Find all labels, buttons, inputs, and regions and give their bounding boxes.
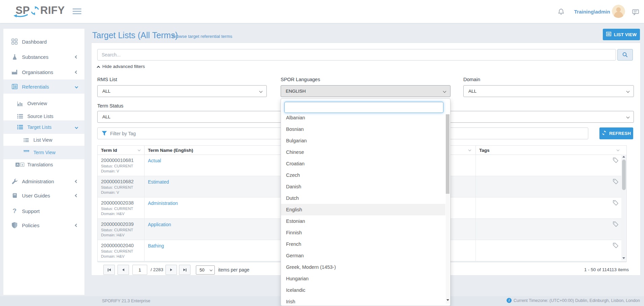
- grid-icon: [11, 39, 18, 45]
- sidebar-item-user-guides[interactable]: User Guides: [3, 189, 84, 202]
- domain-select[interactable]: ALL: [463, 85, 634, 97]
- scrollbar-thumb[interactable]: [446, 114, 449, 194]
- sidebar-item-translations[interactable]: Ax Translations: [3, 158, 84, 171]
- sidebar-item-organisations[interactable]: Organisations: [3, 66, 84, 78]
- hide-advanced-filters-toggle[interactable]: Hide advanced filters: [97, 64, 145, 69]
- refresh-button[interactable]: REFRESH: [599, 127, 633, 139]
- sidebar-item-administration[interactable]: Administration: [3, 175, 84, 188]
- chevron-left-icon: [75, 55, 78, 58]
- rms-list-label: RMS List: [97, 77, 117, 82]
- language-option[interactable]: Irish: [281, 296, 445, 306]
- last-page-button[interactable]: [179, 265, 190, 275]
- sidebar-item-label: Translations: [27, 162, 53, 167]
- items-range-label: 1 - 50 of 114113 items: [584, 265, 629, 275]
- sidebar: Dashboard Substances Organisations: [3, 29, 84, 295]
- next-page-button[interactable]: [165, 265, 177, 275]
- first-page-button[interactable]: [103, 265, 115, 275]
- spor-languages-label: SPOR Languages: [281, 77, 320, 82]
- term-name-link[interactable]: Actual: [148, 158, 161, 163]
- sidebar-item-label: Referentials: [22, 84, 49, 90]
- hamburger-menu-icon[interactable]: [73, 8, 81, 16]
- previous-page-button[interactable]: [118, 265, 129, 275]
- logo-refresh-icon: [30, 6, 40, 15]
- bell-icon[interactable]: [558, 8, 564, 17]
- language-search-input[interactable]: [284, 102, 443, 113]
- spor-languages-select[interactable]: ENGLISH: [281, 85, 450, 97]
- term-name-link[interactable]: Estimated: [148, 179, 169, 185]
- sidebar-item-term-view[interactable]: ”” Term View: [3, 146, 84, 159]
- tag-icon[interactable]: [613, 200, 618, 207]
- sidebar-item-label: Administration: [22, 179, 54, 184]
- sidebar-item-label: Policies: [22, 222, 40, 228]
- sidebar-item-referentials[interactable]: Referentials: [3, 79, 84, 94]
- chevron-left-icon: [75, 180, 78, 183]
- sidebar-item-support[interactable]: ? Support: [3, 205, 84, 217]
- language-option[interactable]: French: [281, 238, 445, 250]
- search-button[interactable]: [617, 49, 633, 61]
- factory-icon: [11, 69, 18, 75]
- dropdown-scrollbar[interactable]: [446, 114, 449, 304]
- language-option[interactable]: Croatian: [281, 158, 445, 169]
- language-option[interactable]: German: [281, 250, 445, 261]
- chevron-left-icon: [75, 194, 78, 197]
- language-option[interactable]: Icelandic: [281, 284, 445, 296]
- items-per-page-select[interactable]: 50: [196, 265, 215, 275]
- tag-icon[interactable]: [613, 221, 618, 228]
- scroll-down-icon[interactable]: [622, 257, 625, 259]
- search-input[interactable]: [97, 49, 616, 61]
- sporify-logo[interactable]: SP RIFY: [16, 4, 65, 17]
- chat-icon[interactable]: [632, 9, 639, 17]
- page-number-input[interactable]: [132, 265, 147, 275]
- language-option[interactable]: Danish: [281, 181, 445, 192]
- translate-icon: Ax: [16, 163, 24, 167]
- sidebar-item-target-lists[interactable]: Target Lists: [3, 120, 84, 134]
- tag-icon[interactable]: [613, 243, 618, 250]
- sidebar-item-overview[interactable]: Overview: [3, 97, 84, 110]
- sidebar-item-list-view[interactable]: List View: [3, 134, 84, 146]
- language-option[interactable]: Greek, Modern (1453-): [281, 261, 445, 273]
- term-name-link[interactable]: Administration: [148, 201, 178, 206]
- language-option[interactable]: Czech: [281, 169, 445, 181]
- quote-icon: ””: [22, 150, 30, 155]
- term-domain: Domain: V: [101, 190, 141, 194]
- scrollbar-thumb[interactable]: [622, 160, 626, 190]
- sidebar-item-policies[interactable]: Policies: [3, 219, 84, 232]
- scroll-up-icon[interactable]: [622, 156, 625, 158]
- info-icon: i: [507, 298, 512, 303]
- sidebar-item-label: Organisations: [22, 69, 53, 75]
- sidebar-item-substances[interactable]: Substances: [3, 50, 84, 63]
- list-view-button[interactable]: LIST VIEW: [603, 29, 640, 40]
- timezone-info: i Current Timezone: (UTC+00:00) Dublin, …: [507, 298, 640, 303]
- language-option[interactable]: Bulgarian: [281, 135, 445, 146]
- language-option[interactable]: Chinese: [281, 146, 445, 158]
- page-subtitle-link[interactable]: Browse target referential terms: [172, 34, 232, 39]
- language-option[interactable]: Albanian: [281, 112, 445, 123]
- language-option[interactable]: Bosnian: [281, 123, 445, 135]
- scroll-down-icon[interactable]: [446, 299, 449, 301]
- language-option[interactable]: Finnish: [281, 227, 445, 238]
- spor-languages-dropdown: Albanian Bosnian Bulgarian Chinese Croat…: [281, 98, 450, 306]
- column-header-tags[interactable]: Tags: [476, 146, 626, 155]
- term-id: 200000010681: [101, 158, 141, 163]
- wrench-icon: [11, 178, 18, 184]
- chevron-down-icon: [75, 125, 78, 129]
- column-header-term-id[interactable]: Term Id: [98, 146, 145, 155]
- term-domain: Domain: H&V: [101, 212, 141, 216]
- tag-icon[interactable]: [613, 179, 618, 186]
- tag-icon[interactable]: [613, 158, 618, 164]
- language-option[interactable]: Estonian: [281, 215, 445, 227]
- term-id: 200000002038: [101, 200, 141, 206]
- language-option[interactable]: Dutch: [281, 192, 445, 204]
- avatar[interactable]: [612, 5, 625, 18]
- term-status: Status: CURRENT: [101, 228, 141, 232]
- term-id: 200000002040: [101, 243, 141, 248]
- rms-list-select[interactable]: ALL: [97, 85, 267, 97]
- logged-in-user[interactable]: Training\admin: [574, 9, 610, 15]
- language-option[interactable]: Hungarian: [281, 273, 445, 284]
- term-status: Status: CURRENT: [101, 164, 141, 168]
- table-scrollbar[interactable]: [621, 155, 626, 260]
- language-option-selected[interactable]: English: [281, 204, 445, 215]
- sidebar-item-dashboard[interactable]: Dashboard: [3, 35, 84, 48]
- term-name-link[interactable]: Application: [148, 222, 171, 227]
- term-name-link[interactable]: Bathing: [148, 243, 164, 249]
